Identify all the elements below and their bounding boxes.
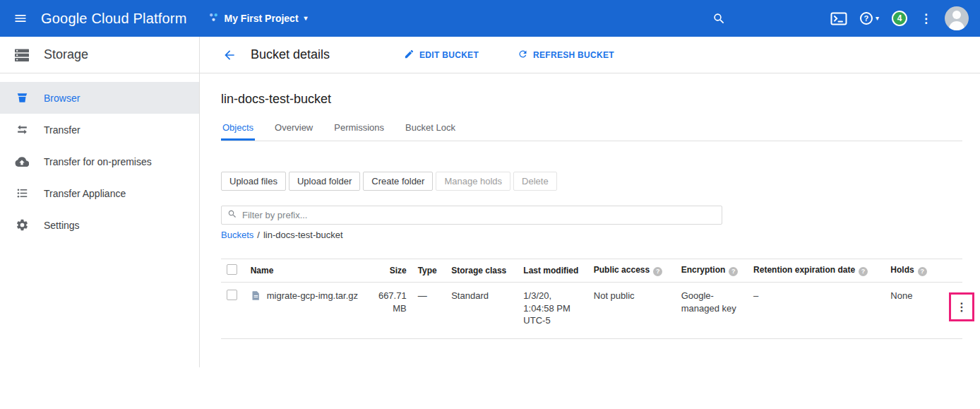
refresh-icon: [518, 49, 528, 61]
sidebar: Storage Browser Transfer Transfer for on…: [0, 37, 200, 367]
object-last-modified: 1/3/20, 1:04:58 PM UTC-5: [518, 283, 587, 339]
upload-folder-button[interactable]: Upload folder: [289, 172, 360, 191]
col-holds: Holds?: [885, 259, 932, 283]
cloud-upload-icon: [0, 155, 44, 169]
breadcrumb-separator: /: [257, 230, 260, 240]
brand-logo: Google Cloud Platform: [41, 11, 187, 27]
bucket-name: lin-docs-test-bucket: [221, 92, 962, 107]
filter-prefix-input[interactable]: [242, 210, 716, 220]
project-name: My First Project: [225, 13, 299, 24]
select-all-checkbox[interactable]: [227, 264, 237, 275]
topbar: Google Cloud Platform My First Project ▾…: [0, 0, 980, 37]
col-public-access: Public access?: [588, 259, 676, 283]
col-size: Size: [373, 259, 412, 283]
help-icon[interactable]: ?: [859, 267, 868, 276]
create-folder-label: Create folder: [371, 176, 424, 186]
refresh-bucket-button[interactable]: REFRESH BUCKET: [518, 49, 614, 61]
breadcrumb: Buckets / lin-docs-test-bucket: [221, 230, 962, 240]
col-holds-label: Holds: [890, 265, 914, 275]
pencil-icon: [404, 49, 414, 61]
col-retention-label: Retention expiration date: [753, 265, 855, 275]
notifications-badge[interactable]: 4: [892, 11, 907, 26]
tab-permissions[interactable]: Permissions: [333, 117, 386, 141]
help-icon: ?: [860, 12, 873, 25]
cloud-shell-icon[interactable]: [830, 12, 847, 25]
sidebar-title: Storage: [44, 47, 88, 62]
project-icon: [208, 12, 219, 25]
appliance-list-icon: [0, 186, 44, 200]
tab-bucket-lock[interactable]: Bucket Lock: [404, 117, 457, 141]
sidebar-item-label: Transfer: [44, 124, 80, 136]
bucket-tabs: Objects Overview Permissions Bucket Lock: [221, 117, 962, 141]
col-last-modified: Last modified: [518, 259, 587, 283]
row-checkbox[interactable]: [227, 290, 237, 300]
col-retention: Retention expiration date?: [748, 259, 885, 283]
sidebar-item-transfer-on-premises[interactable]: Transfer for on-premises: [0, 146, 199, 177]
delete-button: Delete: [513, 172, 557, 191]
sidebar-nav: Browser Transfer Transfer for on-premise…: [0, 73, 199, 241]
bucket-icon: [0, 91, 44, 105]
manage-holds-label: Manage holds: [444, 176, 502, 186]
storage-product-icon: [0, 47, 44, 64]
col-public-access-label: Public access: [594, 265, 650, 275]
sidebar-item-transfer[interactable]: Transfer: [0, 114, 199, 146]
filter-box: [221, 206, 722, 225]
menu-icon[interactable]: [0, 11, 41, 25]
app-shell: Storage Browser Transfer Transfer for on…: [0, 37, 980, 409]
object-storage-class: Standard: [446, 283, 518, 339]
sidebar-item-settings[interactable]: Settings: [0, 209, 199, 241]
table-row: migrate-gcp-img.tar.gz 667.71 MB — Stand…: [221, 283, 962, 339]
sidebar-item-label: Transfer for on-premises: [44, 156, 152, 167]
col-storage-class: Storage class: [446, 259, 518, 283]
table-header-row: Name Size Type Storage class Last modifi…: [221, 259, 962, 283]
object-size: 667.71 MB: [373, 283, 412, 339]
help-icon[interactable]: ?: [918, 267, 927, 276]
breadcrumb-current: lin-docs-test-bucket: [263, 230, 343, 240]
chevron-down-icon: ▾: [304, 15, 308, 22]
main-header: Bucket details EDIT BUCKET REFRESH BUCKE…: [200, 37, 980, 73]
annotation-highlight: ⋮: [949, 292, 974, 321]
main-pane: Bucket details EDIT BUCKET REFRESH BUCKE…: [200, 37, 980, 409]
project-selector[interactable]: My First Project ▾: [208, 12, 308, 25]
breadcrumb-buckets-link[interactable]: Buckets: [221, 230, 253, 240]
col-encryption: Encryption?: [676, 259, 748, 283]
page-title: Bucket details: [251, 47, 330, 62]
sidebar-item-label: Browser: [44, 93, 80, 104]
object-type: —: [412, 283, 446, 339]
sidebar-item-transfer-appliance[interactable]: Transfer Appliance: [0, 177, 199, 209]
file-icon: [251, 290, 261, 305]
col-encryption-label: Encryption: [681, 265, 726, 275]
create-folder-button[interactable]: Create folder: [363, 172, 433, 191]
gear-icon: [0, 218, 44, 232]
object-name[interactable]: migrate-gcp-img.tar.gz: [267, 290, 358, 302]
avatar[interactable]: [945, 6, 969, 30]
search-icon[interactable]: [712, 12, 726, 25]
object-public-access: Not public: [588, 283, 676, 339]
bucket-content: lin-docs-test-bucket Objects Overview Pe…: [200, 73, 980, 339]
help-icon[interactable]: ?: [653, 267, 662, 276]
sidebar-item-browser[interactable]: Browser: [0, 82, 199, 114]
sidebar-item-label: Transfer Appliance: [44, 188, 126, 199]
tab-objects[interactable]: Objects: [221, 117, 255, 141]
sidebar-item-label: Settings: [44, 220, 80, 231]
col-type: Type: [412, 259, 446, 283]
edit-bucket-button[interactable]: EDIT BUCKET: [404, 49, 479, 61]
refresh-bucket-label: REFRESH BUCKET: [533, 50, 614, 60]
sidebar-header: Storage: [0, 37, 199, 73]
row-menu-icon[interactable]: ⋮: [956, 300, 967, 315]
help-menu[interactable]: ? ▾: [860, 12, 879, 25]
col-name: Name: [245, 259, 373, 283]
object-encryption: Google-managed key: [676, 283, 748, 339]
help-icon[interactable]: ?: [729, 267, 738, 276]
object-holds: None: [885, 283, 932, 339]
search-icon: [227, 209, 237, 222]
more-options-icon[interactable]: ⋮: [920, 11, 932, 26]
manage-holds-button: Manage holds: [436, 172, 510, 191]
tab-overview[interactable]: Overview: [273, 117, 314, 141]
upload-folder-label: Upload folder: [297, 176, 352, 186]
back-arrow-icon[interactable]: [222, 48, 237, 62]
edit-bucket-label: EDIT BUCKET: [419, 50, 479, 60]
upload-files-button[interactable]: Upload files: [221, 172, 286, 191]
upload-files-label: Upload files: [229, 176, 277, 186]
transfer-arrows-icon: [0, 123, 44, 136]
